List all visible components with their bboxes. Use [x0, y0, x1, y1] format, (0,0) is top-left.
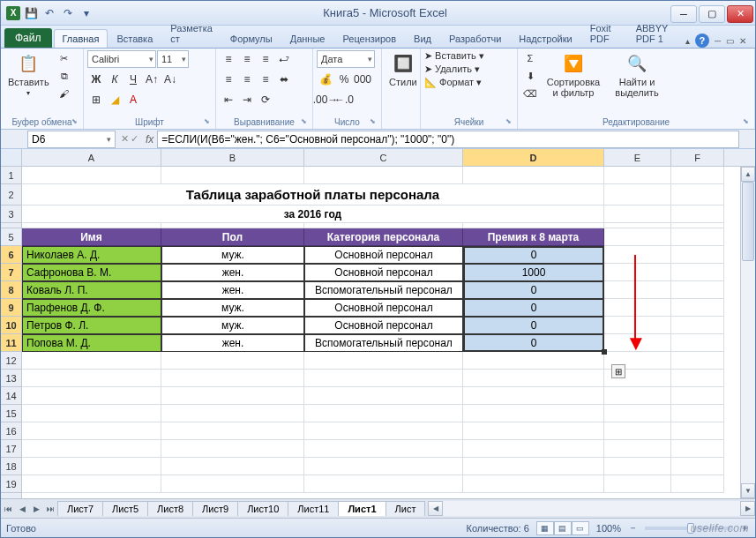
tab-layout[interactable]: Разметка ст [161, 19, 221, 48]
bold-button[interactable]: Ж [87, 71, 105, 88]
cell[interactable] [161, 387, 304, 405]
cell[interactable] [304, 370, 463, 387]
font-size-combo[interactable]: 11 [157, 50, 189, 68]
currency-icon[interactable]: 💰 [317, 71, 334, 88]
sheet-tab[interactable]: Лист7 [57, 501, 103, 516]
col-header-sex[interactable]: Пол [161, 228, 304, 246]
format-painter-icon[interactable]: 🖌 [56, 86, 73, 101]
zoom-slider[interactable] [645, 527, 733, 530]
cell[interactable] [604, 440, 671, 458]
sort-filter-button[interactable]: 🔽 Сортировка и фильтр [542, 50, 605, 100]
font-name-combo[interactable]: Calibri [87, 50, 156, 68]
help-icon[interactable]: ? [695, 34, 709, 48]
cell[interactable] [671, 205, 724, 223]
align-left-icon[interactable]: ≡ [220, 71, 237, 88]
tab-view[interactable]: Вид [405, 29, 440, 48]
table-row-name[interactable]: Николаев А. Д. [22, 246, 161, 264]
scroll-thumb[interactable] [742, 182, 754, 261]
table-row-cat[interactable]: Вспомогательный персонал [304, 281, 463, 299]
cell[interactable] [671, 334, 724, 352]
cell[interactable] [304, 387, 463, 405]
table-row-name[interactable]: Сафронова В. М. [22, 264, 161, 281]
col-header[interactable]: C [304, 149, 463, 166]
cell[interactable] [304, 458, 463, 475]
select-all-corner[interactable] [1, 149, 21, 167]
save-icon[interactable]: 💾 [23, 5, 39, 21]
cell[interactable] [161, 440, 304, 458]
table-row-sex[interactable]: муж. [161, 317, 304, 334]
shrink-font-icon[interactable]: A↓ [161, 71, 179, 88]
cells-delete-button[interactable]: ➤ Удалить ▾ [424, 64, 480, 75]
vertical-scrollbar[interactable]: ▲ ▼ [740, 167, 755, 498]
orient-icon[interactable]: ⟳ [257, 91, 274, 108]
cell[interactable] [671, 440, 724, 458]
dec-decimal-icon[interactable]: ←.0 [335, 91, 353, 108]
formula-bar[interactable]: =ЕСЛИ(И(B6="жен."; C6="Основной персонал… [157, 131, 739, 148]
cell[interactable] [22, 167, 161, 184]
table-row-sex[interactable]: муж. [161, 299, 304, 317]
horizontal-scrollbar[interactable]: ◀ ▶ [428, 501, 755, 516]
table-row-bonus[interactable]: 1000 [463, 264, 604, 281]
ribbon-min-icon[interactable]: ▴ [685, 36, 690, 46]
doc-minimize-icon[interactable]: ─ [715, 36, 721, 46]
cell[interactable] [604, 246, 671, 264]
cell[interactable] [604, 299, 671, 317]
row-header[interactable]: 16 [1, 422, 21, 440]
cell[interactable] [604, 458, 671, 475]
row-header[interactable]: 14 [1, 387, 21, 405]
table-row-name[interactable]: Попова М. Д. [22, 334, 161, 352]
cell[interactable] [671, 317, 724, 334]
cell[interactable] [463, 167, 604, 184]
row-header[interactable]: 17 [1, 440, 21, 458]
cell[interactable] [604, 264, 671, 281]
cell[interactable] [463, 405, 604, 422]
cell[interactable] [463, 352, 604, 370]
sheet-tab[interactable]: Лист5 [102, 501, 148, 516]
cell[interactable] [671, 352, 724, 370]
border-icon[interactable]: ⊞ [87, 91, 105, 108]
tab-data[interactable]: Данные [281, 29, 334, 48]
table-row-cat[interactable]: Основной персонал [304, 317, 463, 334]
autofill-options-icon[interactable]: ⊞ [611, 364, 625, 378]
sheet-tab[interactable]: Лист [385, 501, 426, 516]
align-center-icon[interactable]: ≡ [238, 71, 256, 88]
cell[interactable] [671, 228, 724, 246]
cell[interactable] [604, 422, 671, 440]
font-color-icon[interactable]: A [124, 91, 142, 108]
fx-icon[interactable]: fx [142, 133, 157, 146]
close-button[interactable]: ✕ [727, 5, 753, 23]
scroll-right-icon[interactable]: ▶ [740, 501, 755, 516]
row-header[interactable]: 5 [1, 228, 21, 246]
table-subtitle[interactable]: за 2016 год [22, 205, 604, 223]
cell[interactable] [22, 370, 161, 387]
cells-format-button[interactable]: 📐 Формат ▾ [424, 77, 482, 88]
cell[interactable] [604, 184, 671, 205]
tab-home[interactable]: Главная [54, 29, 109, 48]
table-row-bonus[interactable]: 0 [463, 281, 604, 299]
cell[interactable] [304, 167, 463, 184]
tab-abbyy[interactable]: ABBYY PDF 1 [627, 19, 685, 48]
zoom-level[interactable]: 100% [596, 523, 621, 534]
view-break-icon[interactable]: ▭ [572, 521, 589, 535]
tab-nav-first-icon[interactable]: ⏮ [1, 501, 15, 517]
cell[interactable] [671, 387, 724, 405]
cell[interactable] [304, 405, 463, 422]
row-header[interactable]: 12 [1, 352, 21, 370]
sheet-tab[interactable]: Лист10 [237, 501, 288, 516]
table-row-sex[interactable]: муж. [161, 246, 304, 264]
find-select-button[interactable]: 🔍 Найти и выделить [608, 50, 666, 100]
row-header[interactable]: 1 [1, 167, 21, 184]
table-row-sex[interactable]: жен. [161, 264, 304, 281]
cell[interactable] [463, 475, 604, 493]
indent-dec-icon[interactable]: ⇤ [220, 91, 237, 108]
align-mid-icon[interactable]: ≡ [238, 50, 256, 68]
cell[interactable] [671, 246, 724, 264]
table-title[interactable]: Таблица заработной платы персонала [22, 184, 604, 205]
cell[interactable] [22, 475, 161, 493]
scroll-left-icon[interactable]: ◀ [428, 501, 443, 516]
tab-insert[interactable]: Вставка [108, 29, 161, 48]
view-normal-icon[interactable]: ▦ [536, 521, 554, 535]
cell[interactable] [304, 352, 463, 370]
cell[interactable] [671, 299, 724, 317]
col-header[interactable]: B [161, 149, 304, 166]
